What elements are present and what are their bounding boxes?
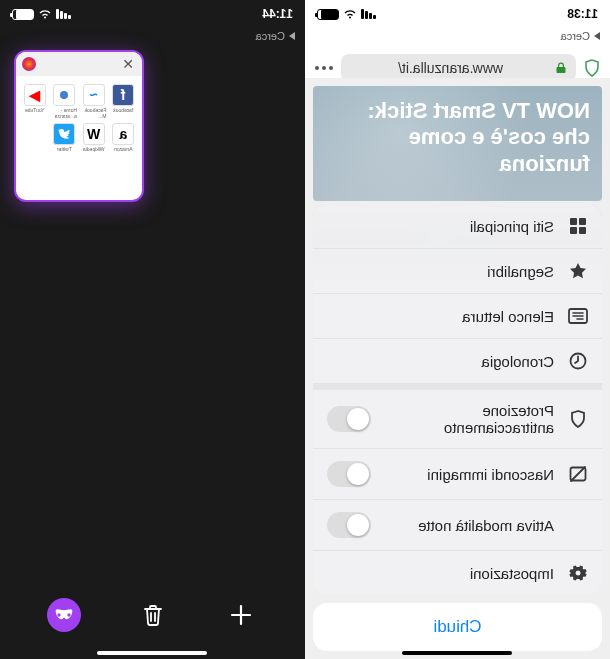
tab-thumb-header: ✕ [16,52,142,76]
private-tabs-screen: 11:44 Cerca ✕ ffacebook ~Facebook M... H… [0,0,305,659]
moon-icon [568,515,588,535]
menu-settings[interactable]: Impostazioni [313,551,602,595]
tile-youtube[interactable]: ▶YouTube [22,84,48,119]
signal-icon [361,9,376,19]
facebook-icon: f [112,84,134,106]
search-hint-label: Cerca [256,30,285,42]
svg-rect-0 [579,218,586,225]
menu-history[interactable]: Cronologia [313,339,602,384]
status-right-icons [12,9,71,20]
svg-rect-1 [570,218,577,225]
gear-icon [568,563,588,583]
delete-button[interactable] [135,597,171,633]
article-banner[interactable]: NOW TV Smart Stick: che cos'è e come fun… [313,86,602,201]
tile-amazon[interactable]: aAmazon [111,123,137,152]
messenger-icon: ~ [83,84,105,106]
tile-wikipedia[interactable]: WWikipedia [81,123,107,152]
search-hint-row: Cerca [0,28,305,46]
lock-icon [556,62,566,74]
battery-icon [12,9,34,20]
url-text: www.aranzulla.it/ [351,60,550,76]
wikipedia-icon: W [83,123,105,145]
private-mode-button[interactable] [46,597,82,633]
status-bar: 11:44 [0,0,305,28]
home-indicator [403,651,513,655]
reading-list-icon [568,306,588,326]
tile-facebook[interactable]: ffacebook [111,84,137,119]
shield-icon [568,409,588,429]
status-right-icons [317,9,376,20]
status-time: 11:44 [262,7,293,21]
top-sites-grid: ffacebook ~Facebook M... Home - a...aran… [16,76,142,160]
battery-icon [317,9,339,20]
youtube-icon: ▶ [24,84,46,106]
mask-icon [54,609,74,621]
no-image-icon [568,464,588,484]
svg-rect-2 [579,227,586,234]
amazon-icon: a [112,123,134,145]
tile-aranzulla[interactable]: Home - a...aranza [52,84,78,119]
page-actions-button[interactable] [315,66,333,70]
menu-sheet: Siti principali Segnalibri Elenco lettur… [313,204,602,651]
menu-panel: Siti principali Segnalibri Elenco lettur… [313,204,602,595]
bottom-toolbar [0,589,305,641]
menu-tracking-protection[interactable]: Protezione antitracciamento [313,390,602,449]
images-toggle[interactable] [327,461,371,487]
svg-rect-3 [570,227,577,234]
grid-icon [568,216,588,236]
twitter-icon [53,123,75,145]
signal-icon [56,9,71,19]
tracking-shield-icon[interactable] [584,59,600,77]
play-triangle-icon [289,32,295,40]
tile-messenger[interactable]: ~Facebook M... [81,84,107,119]
search-hint-row: Cerca [305,28,610,46]
wifi-icon [343,9,357,19]
night-toggle[interactable] [327,512,371,538]
browser-menu-screen: 11:38 Cerca www.aranzulla.it/ NOW TV Sma… [305,0,610,659]
menu-bookmarks[interactable]: Segnalibri [313,249,602,294]
clock-icon [568,351,588,371]
status-time: 11:38 [567,7,598,21]
play-triangle-icon [594,32,600,40]
tile-twitter[interactable]: Twitter [52,123,78,152]
tracking-toggle[interactable] [327,406,371,432]
menu-top-sites[interactable]: Siti principali [313,204,602,249]
close-tab-button[interactable]: ✕ [120,56,136,72]
private-tab-thumbnail[interactable]: ✕ ffacebook ~Facebook M... Home - a...ar… [14,50,144,202]
menu-night-mode[interactable]: Attiva modalità notte [313,500,602,551]
star-icon [568,261,588,281]
banner-title: NOW TV Smart Stick: che cos'è e come fun… [368,98,590,176]
home-indicator [98,651,208,655]
page-content: NOW TV Smart Stick: che cos'è e come fun… [305,78,610,659]
site-icon [53,84,75,106]
search-hint-label: Cerca [561,30,590,42]
firefox-icon [22,57,36,71]
status-bar: 11:38 [305,0,610,28]
wifi-icon [38,9,52,19]
new-tab-button[interactable] [223,597,259,633]
menu-hide-images[interactable]: Nascondi immagini [313,449,602,500]
menu-close-button[interactable]: Chiudi [313,603,602,651]
menu-reading-list[interactable]: Elenco lettura [313,294,602,339]
